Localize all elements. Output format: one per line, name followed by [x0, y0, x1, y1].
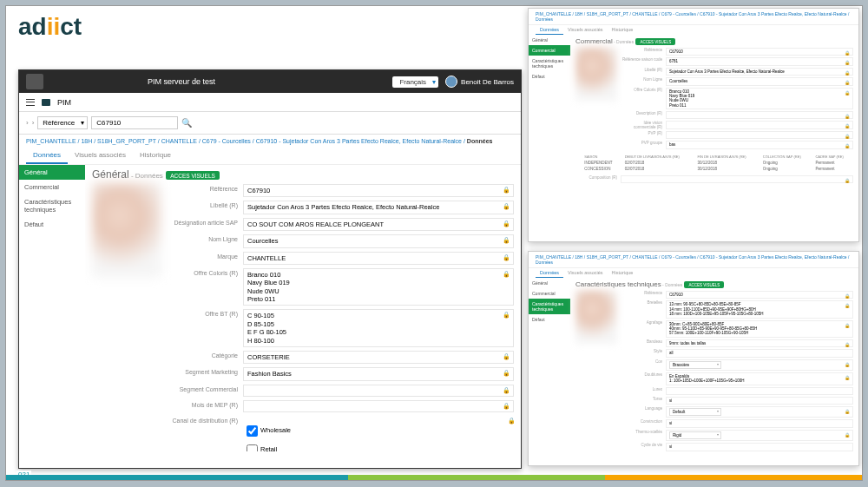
- product-image: [92, 182, 161, 278]
- tab-historique[interactable]: Historique: [133, 148, 178, 164]
- acces-visuels-badge[interactable]: ACCES VISUELS: [166, 171, 220, 180]
- field-list: RéférenceC67910🔒 Libellé (R)Sujetador Co…: [167, 182, 514, 451]
- lock-icon: 🔒: [503, 237, 510, 245]
- retail-checkbox[interactable]: [247, 444, 258, 451]
- field-cycle[interactable]: si: [666, 443, 853, 451]
- field-vision[interactable]: 🔒: [666, 121, 853, 129]
- delivery-table: SAISONDEBUT DE LIVRAISON A/V/S (RE)FIN D…: [575, 154, 853, 172]
- field-libelle[interactable]: Sujetador Con Aros 3 Partes Efecto Realc…: [666, 68, 853, 76]
- field-construction[interactable]: si: [666, 419, 853, 427]
- sidenav-defaut[interactable]: Défaut: [529, 314, 570, 325]
- chevron-right-icon[interactable]: ›: [32, 119, 35, 127]
- footer-accent-bar: [6, 475, 862, 480]
- lock-icon: 🔒: [503, 187, 510, 194]
- field-segment-commercial[interactable]: 🔒: [243, 385, 514, 397]
- field-cov[interactable]: Brassière🔒: [666, 359, 853, 371]
- field-reference[interactable]: C67910🔒: [666, 291, 853, 299]
- field-refcode[interactable]: 6781🔒: [666, 57, 853, 65]
- user-name: Benoit De Barros: [461, 78, 514, 86]
- toolbar: PIM: [19, 93, 521, 112]
- pane-title: Caractéristiques techniques - Données AC…: [575, 280, 853, 288]
- field-pvp-groupe[interactable]: bas🔒: [666, 141, 853, 148]
- sidenav-defaut[interactable]: Défaut: [529, 71, 570, 82]
- briefcase-icon[interactable]: [42, 99, 50, 106]
- lock-icon: 🔒: [503, 403, 510, 411]
- chevron-right-icon[interactable]: ›: [26, 119, 29, 127]
- lock-icon: 🔒: [503, 312, 510, 319]
- field-language[interactable]: Default🔒: [666, 406, 853, 418]
- tab-donnees[interactable]: Données: [536, 25, 563, 35]
- pim-label: PIM: [57, 98, 71, 107]
- field-bandeau[interactable]: 9mm: todas las tallas🔒: [666, 339, 853, 347]
- field-designation[interactable]: CO SOUT COM AROS REALCE PLONGEANT🔒: [243, 218, 514, 231]
- field-description[interactable]: 🔒: [666, 111, 853, 119]
- tab-visuels[interactable]: Visuels associés: [563, 268, 608, 278]
- sidenav-commercial[interactable]: Commercial: [529, 45, 570, 56]
- field-agrafage[interactable]: 30mm: C+85-90D+80E+80-85F 40mm: 95-110D+…: [666, 320, 853, 338]
- field-mois-mep[interactable]: 🔒: [243, 400, 514, 412]
- sidenav-commercial[interactable]: Commercial: [529, 288, 570, 299]
- language-select[interactable]: Français: [392, 76, 438, 88]
- field-libelle[interactable]: Sujetador Con Aros 3 Partes Efecto Realc…: [243, 201, 514, 214]
- pane-title: Général - Données ACCES VISUELS: [92, 168, 514, 181]
- breadcrumb[interactable]: PIM_CHANTELLE / 18H / S18H_GR_PORT_PT / …: [19, 135, 521, 148]
- panel-commercial: PIM_CHANTELLE / 18H / S18H_GR_PORT_PT / …: [528, 8, 859, 242]
- app-logo: [26, 74, 43, 89]
- field-bt[interactable]: C 90-105 D 85-105 E F G 80-105 H 80-100🔒: [243, 309, 514, 347]
- lock-icon: 🔒: [503, 203, 510, 211]
- sidenav-general[interactable]: Général: [529, 278, 570, 288]
- field-reference[interactable]: C67910🔒: [666, 48, 853, 56]
- menu-icon[interactable]: [26, 99, 35, 106]
- field-canal: Wholesale Retail 🔒: [243, 416, 514, 451]
- sidenav-general[interactable]: Général: [529, 35, 570, 45]
- product-image: [575, 47, 617, 101]
- field-ligne[interactable]: Courcelles🔒: [243, 234, 514, 247]
- tab-donnees[interactable]: Données: [536, 268, 563, 278]
- panel-caracteristiques: PIM_CHANTELLE / 18H / S18H_GR_PORT_PT / …: [528, 251, 859, 466]
- field-style[interactable]: all: [666, 349, 853, 357]
- field-pvp[interactable]: 🔒: [666, 131, 853, 139]
- wholesale-checkbox[interactable]: [247, 425, 258, 437]
- search-bar: › › Référence 🔍: [19, 112, 521, 135]
- field-categorie[interactable]: CORSETERIE🔒: [243, 351, 514, 364]
- field-coloris[interactable]: Branco 010 Navy Blue 019 Nude 0WU Preto …: [243, 268, 514, 306]
- tab-visuels[interactable]: Visuels associés: [563, 25, 608, 35]
- field-bretelles[interactable]: 13 mm: 90-95C+80-85D+80-85E+80-85F 14 mm…: [666, 300, 853, 318]
- tab-historique[interactable]: Historique: [608, 268, 638, 278]
- pane-title: Commercial - Données ACCES VISUELS: [575, 37, 853, 45]
- field-lurex[interactable]: [666, 387, 853, 395]
- search-type-select[interactable]: Référence: [37, 116, 88, 129]
- sidenav-caracteristiques[interactable]: Caractéristiques techniques: [529, 299, 570, 314]
- search-icon[interactable]: 🔍: [181, 118, 192, 128]
- sidenav-defaut[interactable]: Défaut: [19, 217, 85, 232]
- field-thermo[interactable]: Rigid🔒: [666, 430, 853, 441]
- breadcrumb[interactable]: PIM_CHANTELLE / 18H / S18H_GR_PORT_PT / …: [529, 9, 858, 25]
- lock-icon: 🔒: [503, 271, 510, 279]
- table-row: CONCESSION02/07/201830/12/2018OngoingPer…: [575, 166, 853, 172]
- sidenav-caracteristiques[interactable]: Caractéristiques techniques: [19, 194, 85, 217]
- tab-visuels[interactable]: Visuels associés: [68, 148, 133, 164]
- field-ligne[interactable]: Courcelles🔒: [666, 77, 853, 85]
- field-composition[interactable]: 🔒: [621, 175, 853, 183]
- lock-icon: 🔒: [503, 387, 510, 395]
- main-app-window: PIM serveur de test Français Benoit De B…: [18, 69, 522, 469]
- lock-icon: 🔒: [503, 220, 510, 228]
- search-input[interactable]: [91, 116, 178, 129]
- breadcrumb[interactable]: PIM_CHANTELLE / 18H / S18H_GR_PORT_PT / …: [529, 252, 858, 268]
- field-reference[interactable]: C67910🔒: [243, 184, 514, 197]
- main-tabs: Données Visuels associés Historique: [19, 148, 521, 165]
- field-segment-marketing[interactable]: Fashion Basics🔒: [243, 367, 514, 380]
- user-menu[interactable]: Benoit De Barros: [445, 76, 514, 88]
- sidenav-general[interactable]: Général: [19, 165, 85, 180]
- app-topbar: PIM serveur de test Français Benoit De B…: [19, 70, 521, 93]
- sidenav-caracteristiques[interactable]: Caractéristiques techniques: [529, 56, 570, 71]
- field-marque[interactable]: CHANTELLE🔒: [243, 252, 514, 265]
- field-torse[interactable]: si: [666, 397, 853, 405]
- field-coloris[interactable]: Branco 010 Navy Blue 019 Nude 0WU Preto …: [666, 88, 853, 110]
- field-doublures[interactable]: En Espalda 1: 100+105D+100E+100F+105G+95…: [666, 372, 853, 385]
- tab-historique[interactable]: Historique: [608, 25, 638, 35]
- lock-icon: 🔒: [503, 254, 510, 262]
- tab-donnees[interactable]: Données: [26, 148, 68, 164]
- side-nav: Général Commercial Caractéristiques tech…: [19, 165, 85, 460]
- sidenav-commercial[interactable]: Commercial: [19, 180, 85, 194]
